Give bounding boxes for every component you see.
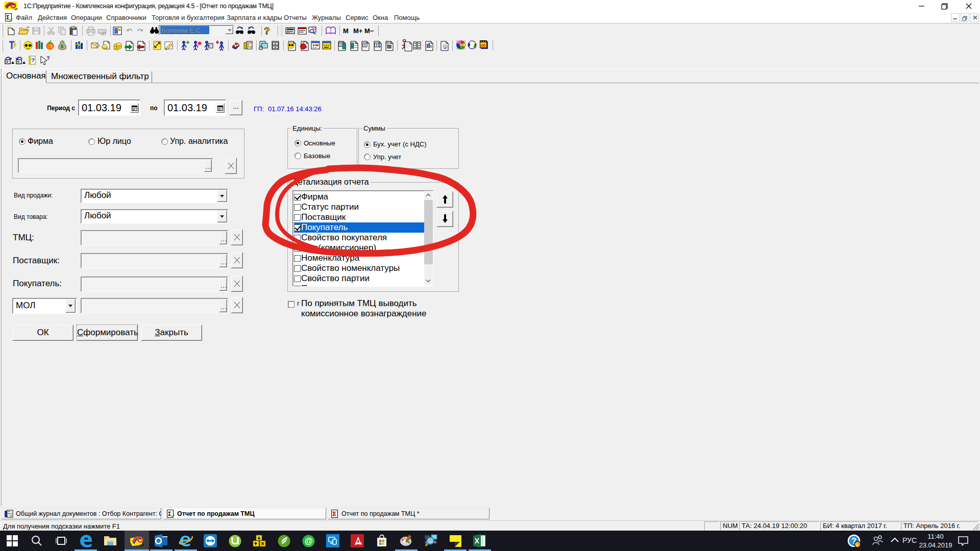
svg-text:?: ? bbox=[46, 55, 50, 61]
svg-text:$: $ bbox=[61, 44, 63, 49]
svg-text:?: ? bbox=[31, 57, 35, 63]
svg-text:@: @ bbox=[305, 537, 313, 545]
svg-text:?: ? bbox=[459, 42, 463, 49]
svg-text:D: D bbox=[386, 41, 389, 45]
svg-text:20: 20 bbox=[481, 43, 486, 48]
svg-text:Σ: Σ bbox=[168, 511, 172, 517]
svg-text:v7: v7 bbox=[14, 8, 18, 11]
svg-text:M+: M+ bbox=[353, 27, 363, 35]
svg-text:M−: M− bbox=[364, 27, 374, 35]
svg-text:v7: v7 bbox=[140, 543, 144, 547]
svg-text:?: ? bbox=[264, 26, 270, 36]
svg-text:T: T bbox=[364, 43, 366, 47]
svg-text:T: T bbox=[376, 43, 378, 47]
svg-text:з: з bbox=[444, 45, 446, 49]
svg-text:K: K bbox=[389, 41, 392, 45]
svg-text:Σ: Σ bbox=[6, 14, 10, 20]
svg-text:M: M bbox=[343, 27, 349, 35]
svg-text:i: i bbox=[856, 542, 858, 547]
svg-text:T: T bbox=[340, 42, 342, 47]
